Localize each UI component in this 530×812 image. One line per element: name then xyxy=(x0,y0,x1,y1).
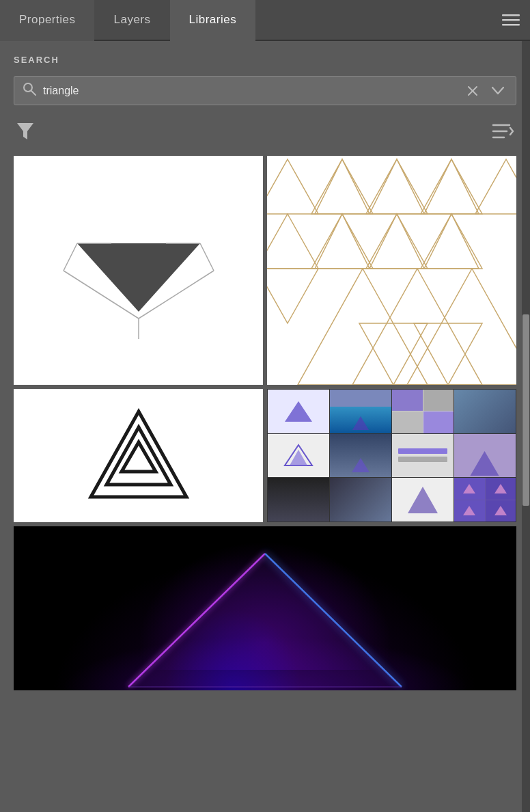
svg-marker-30 xyxy=(421,214,482,269)
scrollbar[interactable] xyxy=(522,41,530,812)
content-area: SEARCH xyxy=(0,41,530,812)
svg-marker-36 xyxy=(407,269,516,385)
svg-rect-0 xyxy=(502,14,520,16)
tab-properties[interactable]: Properties xyxy=(0,0,94,41)
svg-marker-56 xyxy=(128,554,402,687)
svg-marker-31 xyxy=(315,214,369,269)
svg-line-12 xyxy=(64,243,77,271)
svg-marker-33 xyxy=(424,214,479,269)
svg-marker-29 xyxy=(366,214,428,269)
filter-bar xyxy=(14,119,516,144)
svg-marker-37 xyxy=(267,269,318,323)
svg-line-4 xyxy=(31,91,36,95)
svg-marker-46 xyxy=(352,458,369,472)
svg-marker-22 xyxy=(421,159,482,214)
svg-marker-51 xyxy=(463,506,475,515)
svg-marker-25 xyxy=(369,159,424,214)
svg-marker-47 xyxy=(471,451,499,476)
search-expand-button[interactable] xyxy=(488,86,507,96)
result-item[interactable] xyxy=(14,526,516,690)
svg-marker-41 xyxy=(107,427,171,485)
scrollbar-thumb[interactable] xyxy=(522,314,529,506)
search-clear-button[interactable] xyxy=(464,85,482,97)
svg-marker-21 xyxy=(366,159,428,214)
result-item[interactable] xyxy=(267,389,516,522)
tab-layers[interactable]: Layers xyxy=(94,0,169,41)
svg-marker-28 xyxy=(311,214,373,269)
hamburger-icon xyxy=(502,13,520,27)
svg-marker-24 xyxy=(315,159,369,214)
svg-marker-20 xyxy=(311,159,373,214)
image-presentation-mosaic xyxy=(267,389,516,522)
svg-rect-1 xyxy=(502,19,520,21)
svg-marker-7 xyxy=(17,123,33,139)
svg-marker-49 xyxy=(463,484,475,493)
search-box xyxy=(14,76,516,105)
menu-icon-button[interactable] xyxy=(492,0,530,40)
image-dark-triangle xyxy=(14,156,263,385)
results-grid xyxy=(14,156,516,690)
image-gold-triangles xyxy=(267,156,516,385)
tab-libraries[interactable]: Libraries xyxy=(170,0,256,41)
tabs-bar: Properties Layers Libraries xyxy=(0,0,530,41)
svg-marker-48 xyxy=(408,487,438,513)
result-item[interactable] xyxy=(14,156,263,385)
svg-marker-50 xyxy=(494,484,507,493)
svg-point-3 xyxy=(24,83,32,92)
result-item[interactable] xyxy=(267,156,516,385)
sort-button[interactable] xyxy=(489,120,516,143)
svg-marker-23 xyxy=(475,159,516,214)
image-triple-triangle xyxy=(14,389,263,522)
image-neon-triangle xyxy=(14,526,516,690)
search-icon xyxy=(23,82,36,99)
svg-marker-11 xyxy=(77,243,200,312)
svg-marker-45 xyxy=(290,450,307,465)
svg-marker-26 xyxy=(424,159,479,214)
result-item[interactable] xyxy=(14,389,263,522)
svg-marker-52 xyxy=(494,506,507,515)
search-input[interactable] xyxy=(43,85,457,97)
filter-button[interactable] xyxy=(14,119,37,144)
svg-marker-32 xyxy=(369,214,424,269)
svg-marker-43 xyxy=(285,401,312,422)
svg-rect-2 xyxy=(502,24,520,26)
search-section-label: SEARCH xyxy=(14,55,516,65)
svg-line-14 xyxy=(200,243,214,271)
svg-marker-27 xyxy=(267,214,318,269)
svg-marker-19 xyxy=(267,159,318,214)
